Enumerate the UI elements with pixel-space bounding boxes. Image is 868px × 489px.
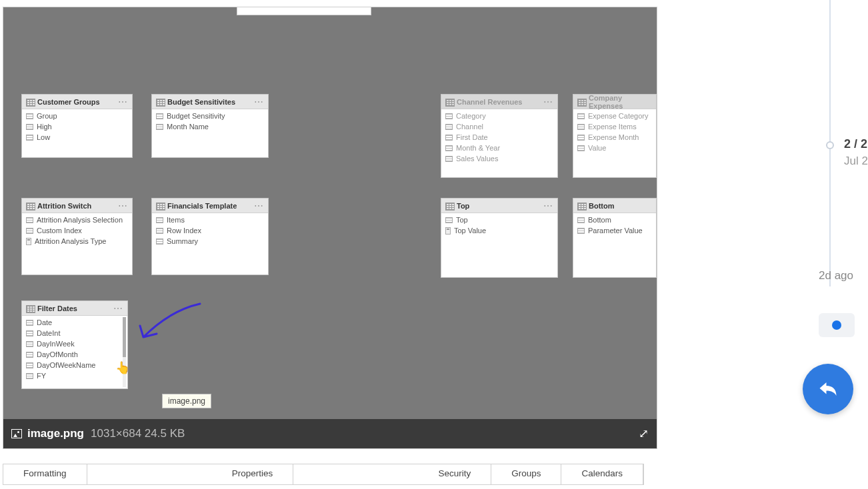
field-row[interactable]: Group [22,111,132,121]
field-row[interactable]: Top [441,215,557,225]
ellipsis-icon[interactable]: ⋯ [118,201,128,211]
field-row[interactable]: Budget Sensitivity [152,111,268,121]
field-row[interactable]: DayOfMonth [22,349,127,360]
field-row[interactable]: Expense Items [573,121,656,132]
field-row[interactable]: Expense Month [573,132,656,143]
table-title: Channel Revenues [457,98,543,106]
field-icon [445,217,453,223]
table-header[interactable]: Financials Template⋯ [152,199,268,213]
field-row[interactable]: DayOfWeekName [22,360,127,370]
tab-groups[interactable]: Groups [491,464,561,484]
field-label: FY [37,372,46,380]
table-title: Financials Template [167,202,254,210]
expand-icon[interactable]: ⤢ [639,426,649,441]
field-icon [577,135,585,141]
table-header[interactable]: Filter Dates⋯ [22,301,127,316]
field-row[interactable]: Parameter Value [573,225,656,236]
ellipsis-icon[interactable]: ⋯ [543,201,553,211]
field-icon [577,124,585,130]
table-filter-dates[interactable]: Filter Dates⋯ Date DateInt DayInWeek Day… [21,300,128,389]
field-label: Top [456,216,468,224]
field-row[interactable]: Value [573,143,656,153]
field-row[interactable]: Expense Category [573,111,656,121]
table-body: Expense Category Expense Items Expense M… [573,109,656,155]
field-row[interactable]: DayInWeek [22,338,127,349]
field-row[interactable]: Channel [441,121,557,132]
timeline-counter: 2 / 2 [844,137,867,151]
field-icon [26,330,33,336]
table-header[interactable]: Top⋯ [441,199,557,213]
field-row[interactable]: Bottom [573,215,656,225]
field-label: Attrition Analysis Type [35,237,106,245]
image-footer-bar: image.png 1031×684 24.5 KB ⤢ [3,419,657,448]
table-channel-revenues[interactable]: Channel Revenues⋯ Category Channel First… [441,94,558,178]
ellipsis-icon[interactable]: ⋯ [113,303,123,314]
table-top[interactable]: Top⋯ Top Top Value [441,198,558,278]
ellipsis-icon[interactable]: ⋯ [543,97,553,107]
scrollbar-track[interactable] [123,317,126,387]
field-icon [26,320,33,326]
timeline-node[interactable] [826,141,834,149]
table-company-expenses[interactable]: Company Expenses Expense Category Expens… [573,94,657,178]
table-icon [26,203,34,209]
table-bottom[interactable]: Bottom Bottom Parameter Value [573,198,657,278]
table-header[interactable]: Bottom [573,199,656,213]
table-header[interactable]: Company Expenses [573,95,656,109]
powerbi-model-canvas: Customer Groups⋯ Group High Low Budget S… [3,7,657,419]
field-row[interactable]: Row Index [152,225,268,236]
reply-button[interactable] [803,364,853,414]
image-icon [11,429,22,438]
table-header[interactable]: Attrition Switch⋯ [22,199,132,213]
table-header[interactable]: Channel Revenues⋯ [441,95,557,109]
table-financials-template[interactable]: Financials Template⋯ Items Row Index Sum… [151,198,269,275]
field-row[interactable]: Month & Year [441,143,557,153]
tab-calendars[interactable]: Calendars [561,464,643,484]
table-customer-groups[interactable]: Customer Groups⋯ Group High Low [21,94,133,158]
table-title: Filter Dates [37,304,113,312]
table-attrition-switch[interactable]: Attrition Switch⋯ Attrition Analysis Sel… [21,198,133,275]
field-row[interactable]: FY [22,370,127,381]
tab-properties[interactable]: Properties [212,464,294,484]
tab-formatting[interactable]: Formatting [3,464,87,484]
field-row[interactable]: Category [441,111,557,121]
field-icon [577,228,585,234]
field-row[interactable]: Custom Index [22,225,132,236]
table-body: Top Top Value [441,213,557,237]
field-row[interactable]: Attrition Analysis Type [22,236,132,246]
table-header[interactable]: Customer Groups⋯ [22,95,132,109]
field-row[interactable]: High [22,121,132,132]
field-row[interactable]: Low [22,132,132,143]
field-label: Expense Items [588,123,637,131]
ellipsis-icon[interactable]: ⋯ [118,97,128,107]
field-icon [156,124,163,130]
field-row[interactable]: Sales Values [441,153,557,164]
field-row[interactable]: DateInt [22,328,127,338]
field-row[interactable]: Items [152,215,268,225]
field-icon [445,135,453,141]
field-icon [156,239,163,244]
table-icon [577,99,585,105]
field-icon [445,145,453,151]
table-body: Items Row Index Summary [152,213,268,248]
field-row[interactable]: Summary [152,236,268,246]
scrollbar-thumb[interactable] [123,317,126,357]
ellipsis-icon[interactable]: ⋯ [254,201,264,211]
field-label: Budget Sensitivity [167,112,225,120]
field-icon [577,217,585,223]
field-label: Summary [167,237,198,245]
table-icon [156,203,164,209]
tab-label: Calendars [581,468,623,478]
field-row[interactable]: Attrition Analysis Selection [22,215,132,225]
field-row[interactable]: Date [22,317,127,328]
embedded-image[interactable]: Customer Groups⋯ Group High Low Budget S… [3,7,657,449]
tab-label: Properties [232,468,273,478]
tab-security[interactable]: Security [418,464,491,484]
table-title: Customer Groups [37,98,118,106]
table-budget-sensitivities[interactable]: Budget Sensitivites⋯ Budget Sensitivity … [151,94,269,158]
field-row[interactable]: Top Value [441,225,557,236]
table-header[interactable]: Budget Sensitivites⋯ [152,95,268,109]
field-row[interactable]: Month Name [152,121,268,132]
notification-chip[interactable] [819,313,855,337]
field-row[interactable]: First Date [441,132,557,143]
ellipsis-icon[interactable]: ⋯ [254,97,264,107]
